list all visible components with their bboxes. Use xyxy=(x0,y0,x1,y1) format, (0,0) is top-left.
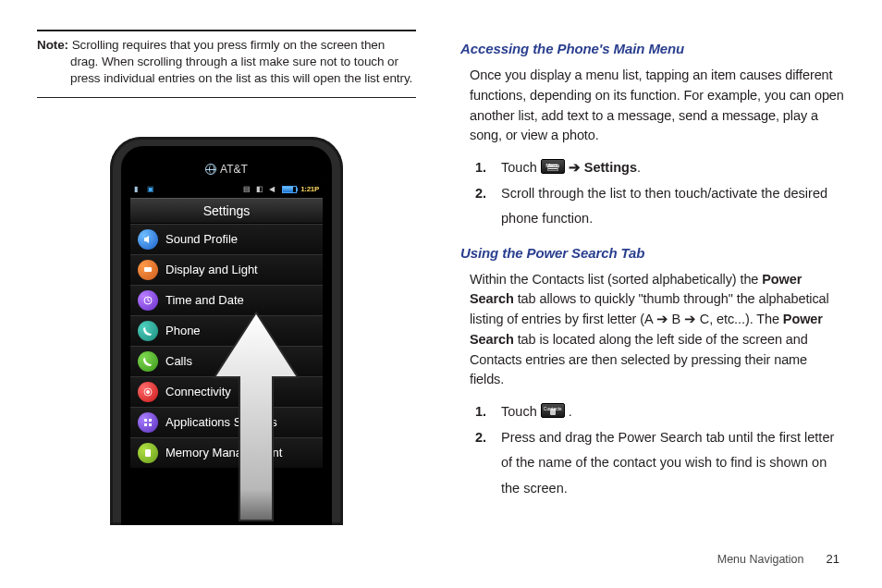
heading-main-menu: Accessing the Phone's Main Menu xyxy=(460,41,845,56)
svg-point-2 xyxy=(146,390,150,394)
menu-list[interactable]: Sound Profile Display and Light xyxy=(130,224,323,468)
step-1-main: Touch ➔ Settings. xyxy=(470,155,845,181)
menu-label: Memory Management xyxy=(165,446,282,459)
svg-rect-4 xyxy=(144,419,147,422)
svg-rect-0 xyxy=(144,267,152,272)
para-power-search: Within the Contacts list (sorted alphabe… xyxy=(470,270,845,391)
menu-label: Sound Profile xyxy=(165,232,238,246)
calls-icon xyxy=(138,351,158,372)
menu-label: Calls xyxy=(165,354,192,368)
footer-page-number: 21 xyxy=(827,552,839,566)
note-block: Note: Scrolling requires that you press … xyxy=(37,30,416,98)
menu-label: Time and Date xyxy=(165,293,244,307)
svg-rect-8 xyxy=(145,449,151,457)
battery-icon xyxy=(282,186,297,193)
phone-device: AT&T ▮ ▣ ▤ ◧ ◀ 1:21P xyxy=(110,137,343,525)
clock: 1:21P xyxy=(300,185,319,193)
menu-label: Display and Light xyxy=(165,263,258,276)
menu-item-connectivity[interactable]: Connectivity xyxy=(130,376,323,407)
status-icon-3: ◀ xyxy=(269,185,278,194)
sound-profile-icon xyxy=(138,229,158,250)
menu-button-icon xyxy=(541,159,565,174)
status-icon-1: ▤ xyxy=(243,185,252,194)
screen-title: Settings xyxy=(130,198,323,224)
footer-section: Menu Navigation xyxy=(717,553,804,566)
heading-power-search: Using the Power Search Tab xyxy=(460,245,845,261)
memory-icon xyxy=(138,443,158,463)
menu-item-sound-profile[interactable]: Sound Profile xyxy=(130,224,323,254)
carrier-bar: AT&T xyxy=(130,157,323,181)
att-globe-icon xyxy=(205,164,216,175)
contacts-button-icon xyxy=(541,403,565,418)
data-icon: ▣ xyxy=(147,185,156,194)
connectivity-icon xyxy=(138,382,158,402)
menu-item-display[interactable]: Display and Light xyxy=(130,254,323,285)
step-2-main: Scroll through the list to then touch/ac… xyxy=(470,181,845,232)
menu-item-time-date[interactable]: Time and Date xyxy=(130,285,323,315)
phone-icon xyxy=(138,321,158,341)
menu-item-memory[interactable]: Memory Management xyxy=(130,437,323,468)
svg-rect-7 xyxy=(149,423,152,426)
menu-item-applications[interactable]: Applications Settings xyxy=(130,407,323,437)
status-icon-2: ◧ xyxy=(256,185,265,194)
signal-icon: ▮ xyxy=(134,185,143,194)
display-icon xyxy=(138,260,158,280)
applications-icon xyxy=(138,412,158,433)
carrier-label: AT&T xyxy=(220,163,248,176)
menu-label: Connectivity xyxy=(165,385,231,398)
svg-rect-6 xyxy=(144,423,147,426)
status-bar: ▮ ▣ ▤ ◧ ◀ 1:21P xyxy=(130,181,323,198)
note-label: Note: xyxy=(37,38,68,52)
clock-icon xyxy=(138,290,158,311)
svg-rect-5 xyxy=(149,419,152,422)
menu-label: Applications Settings xyxy=(165,415,277,429)
note-text: Scrolling requires that you press firmly… xyxy=(70,38,412,85)
menu-item-phone[interactable]: Phone xyxy=(130,315,323,346)
menu-label: Phone xyxy=(165,324,201,337)
menu-item-calls[interactable]: Calls xyxy=(130,346,323,376)
step-1-search: Touch . xyxy=(470,399,845,425)
step-2-search: Press and drag the Power Search tab unti… xyxy=(470,425,845,502)
page-footer: Menu Navigation 21 xyxy=(717,552,839,566)
para-main-menu: Once you display a menu list, tapping an… xyxy=(470,66,845,146)
